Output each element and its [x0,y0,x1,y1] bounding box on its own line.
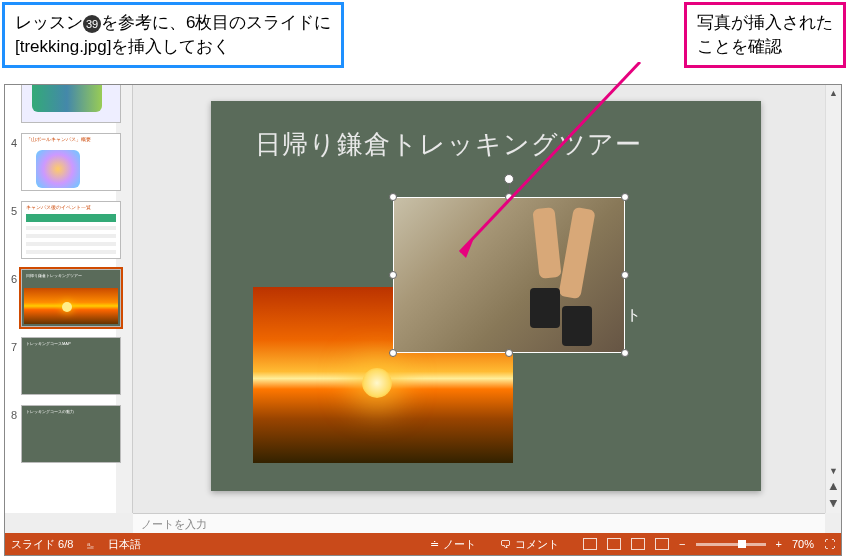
resize-handle[interactable] [621,349,629,357]
resize-handle[interactable] [505,193,513,201]
thumb-title: 「山ボールキャンパス」概要 [26,136,91,142]
sun-icon [362,368,392,398]
normal-view-icon[interactable] [583,538,597,550]
powerpoint-window: 4 「山ボールキャンパス」概要 5 キャンパス後のイベント一覧 6 日帰り鎌倉ト… [4,84,842,556]
slide-thumbnail[interactable]: 8 トレッキングコースの魅力 [7,405,130,463]
slide-thumbnail[interactable]: 4 「山ボールキャンパス」概要 [7,133,130,191]
callout-text: を参考に、6枚目のスライドに [101,13,331,32]
slide-canvas[interactable]: 日帰り鎌倉トレッキングツアー 北鎌倉駅集合 社 通し 夕陽の絶景ポイント [133,85,825,513]
trekking-image-selected[interactable] [393,197,625,353]
slide-thumbnail-panel[interactable]: 4 「山ボールキャンパス」概要 5 キャンパス後のイベント一覧 6 日帰り鎌倉ト… [5,85,133,513]
thumbnail-number: 7 [7,337,21,353]
sorter-view-icon[interactable] [607,538,621,550]
thumb-title: 日帰り鎌倉トレッキングツアー [26,273,82,278]
resize-handle[interactable] [505,349,513,357]
callout-text: ことを確認 [697,35,833,59]
thumb-title: キャンパス後のイベント一覧 [26,204,91,210]
fit-to-window-icon[interactable]: ⛶ [824,538,835,550]
scroll-down-icon[interactable]: ▼ [826,463,841,479]
comments-button[interactable]: 🗨 コメント [500,537,559,552]
prev-slide-icon[interactable]: ⯅ [826,479,841,495]
slide-thumbnail[interactable]: 5 キャンパス後のイベント一覧 [7,201,130,259]
thumbnail-number: 5 [7,201,21,217]
zoom-out-icon[interactable]: − [679,538,685,550]
lesson-number-badge: 39 [83,15,101,33]
resize-handle[interactable] [389,193,397,201]
callout-text: レッスン [15,13,83,32]
spellcheck-icon[interactable]: ⎁ [87,538,94,550]
slide-title[interactable]: 日帰り鎌倉トレッキングツアー [255,127,642,162]
callout-text: [trekking.jpg]を挿入しておく [15,35,331,59]
slide[interactable]: 日帰り鎌倉トレッキングツアー 北鎌倉駅集合 社 通し 夕陽の絶景ポイント [211,101,761,491]
slide-thumbnail-selected[interactable]: 6 日帰り鎌倉トレッキングツアー [7,269,130,327]
instruction-callout-blue: レッスン39を参考に、6枚目のスライドに [trekking.jpg]を挿入して… [2,2,344,68]
status-bar: スライド 6/8 ⎁ 日本語 ≐ ノート 🗨 コメント − + 70% ⛶ [5,533,841,555]
slideshow-view-icon[interactable] [655,538,669,550]
notes-pane[interactable]: ノートを入力 [133,513,825,533]
language-indicator[interactable]: 日本語 [108,537,141,552]
resize-handle[interactable] [389,349,397,357]
canvas-scrollbar[interactable]: ▲ ▼ ⯅ ⯆ [825,85,841,513]
next-slide-icon[interactable]: ⯆ [826,495,841,511]
callout-text: 写真が挿入された [697,11,833,35]
notes-placeholder: ノートを入力 [141,518,207,530]
slide-counter: スライド 6/8 [11,537,73,552]
zoom-level[interactable]: 70% [792,538,814,550]
notes-button[interactable]: ≐ ノート [430,537,476,552]
zoom-slider[interactable] [696,543,766,546]
rotate-handle[interactable] [504,174,514,184]
zoom-in-icon[interactable]: + [776,538,782,550]
resize-handle[interactable] [621,193,629,201]
instruction-callout-pink: 写真が挿入された ことを確認 [684,2,846,68]
scroll-up-icon[interactable]: ▲ [826,85,841,101]
reading-view-icon[interactable] [631,538,645,550]
slide-thumbnail[interactable] [7,85,130,123]
thumbnail-number: 6 [7,269,21,285]
thumbnail-number: 4 [7,133,21,149]
thumb-title: トレッキングコースの魅力 [26,409,74,414]
thumbnail-number: 8 [7,405,21,421]
thumb-title: トレッキングコースMAP [26,341,71,346]
resize-handle[interactable] [389,271,397,279]
resize-handle[interactable] [621,271,629,279]
slide-thumbnail[interactable]: 7 トレッキングコースMAP [7,337,130,395]
hiker-icon [526,198,600,354]
zoom-knob[interactable] [738,540,746,548]
